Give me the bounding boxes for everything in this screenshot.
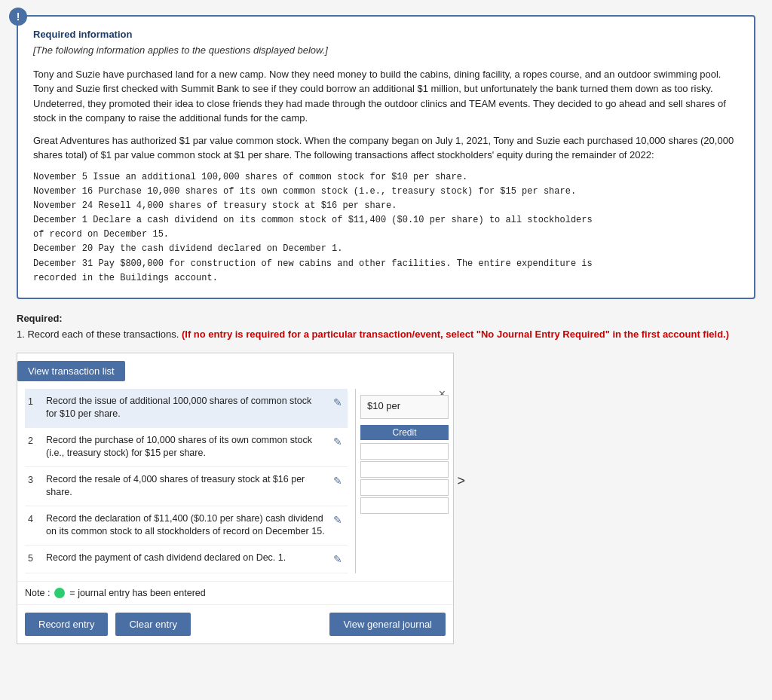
note-row: Note : = journal entry has been entered [17,581,453,604]
info-icon: ! [9,8,27,26]
required-text: 1. Record each of these transactions. (I… [17,327,755,342]
credit-row-1[interactable] [360,443,449,460]
required-section: Required: 1. Record each of these transa… [17,313,755,342]
transaction-item-3[interactable]: 3 Record the resale of 4,000 shares of t… [25,467,348,506]
transaction-item-4[interactable]: 4 Record the declaration of $11,400 ($0.… [25,506,348,546]
item-text-4: Record the declaration of $11,400 ($0.10… [46,512,325,539]
journal-entry-panel: > $10 per Credit [355,389,453,574]
item-num-5: 5 [28,552,41,566]
info-paragraph1: Tony and Suzie have purchased land for a… [33,67,739,126]
mono-transactions: November 5 Issue an additional 100,000 s… [33,170,739,286]
view-general-journal-button[interactable]: View general journal [329,613,446,636]
note-prefix: Note : [25,588,50,598]
view-transaction-button[interactable]: View transaction list [17,361,125,381]
item-text-3: Record the resale of 4,000 shares of tre… [46,473,325,500]
item-num-4: 4 [28,513,41,527]
panel-body: × 1 Record the issue of additional 100,0… [17,381,453,582]
item-text-1: Record the issue of additional 100,000 s… [46,395,325,421]
credit-rows [360,443,449,514]
req-text-highlight: (If no entry is required for a particula… [182,329,729,340]
note-text: = journal entry has been entered [69,588,205,598]
transaction-item-1[interactable]: 1 Record the issue of additional 100,000… [25,389,348,428]
action-buttons: Record entry Clear entry View general jo… [17,604,453,643]
mono-line-7: December 31 Pay $800,000 for constructio… [33,257,739,271]
transaction-item-5[interactable]: 5 Record the payment of cash dividend de… [25,546,348,574]
edit-icon-1[interactable]: ✎ [331,396,345,411]
mono-line-4: December 1 Declare a cash dividend on it… [33,213,739,228]
page-wrapper: ! Required information [The following in… [17,15,755,644]
item-num-3: 3 [28,474,41,488]
info-heading: Required information [33,29,739,40]
item-text-5: Record the payment of cash dividend decl… [46,552,325,565]
transaction-list: 1 Record the issue of additional 100,000… [17,389,355,574]
clear-entry-button[interactable]: Clear entry [115,613,191,636]
edit-icon-5[interactable]: ✎ [331,552,345,567]
mono-line-6: December 20 Pay the cash dividend declar… [33,242,739,256]
info-paragraph2: Great Adventures has authorized $1 par v… [33,133,739,163]
transaction-item-2[interactable]: 2 Record the purchase of 10,000 shares o… [25,428,348,467]
edit-icon-4[interactable]: ✎ [331,513,345,528]
record-entry-button[interactable]: Record entry [25,613,108,636]
req-text-normal: 1. Record each of these transactions. [17,329,179,340]
info-subtitle: [The following information applies to th… [33,43,739,58]
journal-value: $10 per [360,395,449,419]
edit-icon-2[interactable]: ✎ [331,435,345,450]
credit-header: Credit [360,425,449,440]
item-text-2: Record the purchase of 10,000 shares of … [46,434,325,460]
required-label: Required: [17,313,755,324]
credit-row-4[interactable] [360,497,449,514]
mono-line-8: recorded in the Buildings account. [33,271,739,286]
transaction-panel: View transaction list × 1 Record the iss… [17,353,454,645]
mono-line-3: November 24 Resell 4,000 shares of treas… [33,199,739,213]
note-dot-icon [54,588,65,598]
credit-row-3[interactable] [360,479,449,496]
edit-icon-3[interactable]: ✎ [331,474,345,489]
item-num-2: 2 [28,435,41,448]
chevron-right-icon[interactable]: > [457,473,465,489]
mono-line-2: November 16 Purchase 10,000 shares of it… [33,185,739,199]
info-box: ! Required information [The following in… [17,15,755,299]
credit-row-2[interactable] [360,461,449,478]
mono-line-5: of record on December 15. [33,228,739,242]
item-num-1: 1 [28,396,41,409]
mono-line-1: November 5 Issue an additional 100,000 s… [33,170,739,185]
